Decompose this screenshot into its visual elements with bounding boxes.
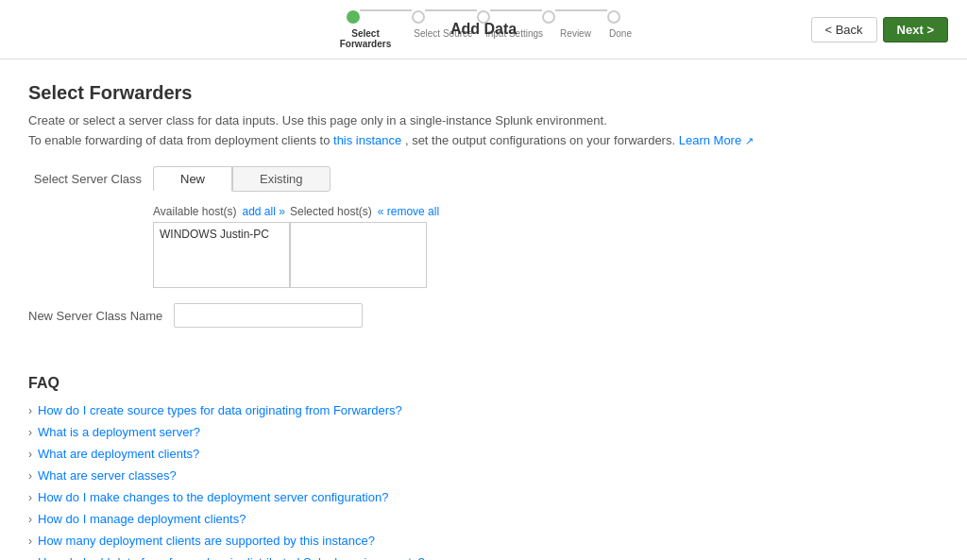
selected-hosts-col: Selected host(s) « remove all — [290, 205, 439, 288]
stepper-dots — [347, 9, 620, 25]
description-2: To enable forwarding of data from deploy… — [28, 133, 939, 147]
faq-item-0[interactable]: › How do I create source types for data … — [28, 403, 939, 417]
faq-arrow-1: › — [28, 426, 32, 439]
faq-arrow-2: › — [28, 448, 32, 461]
available-hosts-header: Available host(s) add all » — [153, 205, 290, 218]
faq-link-4[interactable]: How do I make changes to the deployment … — [38, 490, 388, 504]
description-2-text: To enable forwarding of data from deploy… — [28, 133, 333, 147]
back-button[interactable]: < Back — [811, 17, 877, 42]
faq-link-6[interactable]: How many deployment clients are supporte… — [38, 534, 375, 548]
faq-item-6[interactable]: › How many deployment clients are suppor… — [28, 534, 939, 548]
new-class-row: New Server Class Name — [28, 303, 939, 328]
step-label-1: Select Forwarders — [328, 28, 403, 49]
step-dot-4 — [542, 10, 555, 24]
this-instance-link[interactable]: this instance — [333, 133, 401, 147]
external-link-icon: ↗ — [745, 135, 754, 146]
server-class-label: Select Server Class — [28, 166, 142, 186]
faq-link-0[interactable]: How do I create source types for data or… — [38, 403, 402, 417]
step-line-2 — [425, 9, 477, 11]
selected-hosts-list[interactable] — [290, 222, 427, 288]
faq-arrow-6: › — [28, 535, 32, 548]
main-content: Select Forwarders Create or select a ser… — [0, 59, 967, 560]
tab-existing[interactable]: Existing — [232, 166, 331, 192]
faq-link-5[interactable]: How do I manage deployment clients? — [38, 512, 246, 526]
step-line-4 — [555, 9, 607, 11]
faq-item-5[interactable]: › How do I manage deployment clients? — [28, 512, 939, 526]
step-line-3 — [490, 9, 542, 11]
new-class-label: New Server Class Name — [28, 309, 162, 323]
step-dot-1 — [347, 10, 360, 24]
tab-new[interactable]: New — [153, 166, 232, 192]
step-label-4: Review — [550, 28, 602, 39]
step-dot-3 — [477, 10, 490, 24]
faq-link-2[interactable]: What are deployment clients? — [38, 447, 199, 461]
top-bar: Add Data Select Forwarders Select Source… — [0, 0, 967, 59]
faq-arrow-0: › — [28, 404, 32, 417]
faq-section: FAQ › How do I create source types for d… — [28, 365, 939, 560]
step-dot-2 — [412, 10, 425, 24]
page-title: Select Forwarders — [28, 82, 939, 104]
description-2-text2: , set the output configurations on your … — [405, 133, 679, 147]
faq-item-2[interactable]: › What are deployment clients? — [28, 447, 939, 461]
next-button[interactable]: Next > — [883, 17, 948, 42]
faq-item-3[interactable]: › What are server classes? — [28, 468, 939, 483]
host-item-1[interactable]: WINDOWS Justin-PC — [158, 227, 285, 242]
learn-more-link[interactable]: Learn More — [679, 133, 741, 147]
faq-link-3[interactable]: What are server classes? — [38, 468, 177, 483]
step-label-5: Done — [602, 28, 639, 39]
hosts-container: Available host(s) add all » WINDOWS Just… — [153, 205, 939, 288]
faq-link-7[interactable]: How do I add data from forwarders in dis… — [38, 555, 425, 560]
remove-all-link[interactable]: « remove all — [378, 205, 439, 218]
faq-arrow-4: › — [28, 491, 32, 504]
selected-hosts-label: Selected host(s) — [290, 205, 372, 218]
new-class-input[interactable] — [174, 303, 363, 328]
faq-title: FAQ — [28, 375, 939, 392]
description-1: Create or select a server class for data… — [28, 113, 939, 127]
step-line-1 — [360, 9, 412, 11]
faq-arrow-7: › — [28, 556, 32, 561]
faq-item-4[interactable]: › How do I make changes to the deploymen… — [28, 490, 939, 504]
faq-link-1[interactable]: What is a deployment server? — [38, 425, 200, 439]
faq-arrow-5: › — [28, 513, 32, 526]
faq-item-7[interactable]: › How do I add data from forwarders in d… — [28, 555, 939, 560]
server-class-row: Select Server Class New Existing — [28, 166, 939, 192]
step-dot-5 — [607, 10, 620, 24]
tab-group: New Existing — [153, 166, 331, 192]
available-hosts-label: Available host(s) — [153, 205, 237, 218]
selected-hosts-header: Selected host(s) « remove all — [290, 205, 439, 218]
faq-item-1[interactable]: › What is a deployment server? — [28, 425, 939, 439]
faq-arrow-3: › — [28, 469, 32, 483]
available-hosts-col: Available host(s) add all » WINDOWS Just… — [153, 205, 290, 288]
add-all-link[interactable]: add all » — [243, 205, 285, 218]
available-hosts-list[interactable]: WINDOWS Justin-PC — [153, 222, 290, 288]
nav-buttons: < Back Next > — [811, 17, 949, 42]
